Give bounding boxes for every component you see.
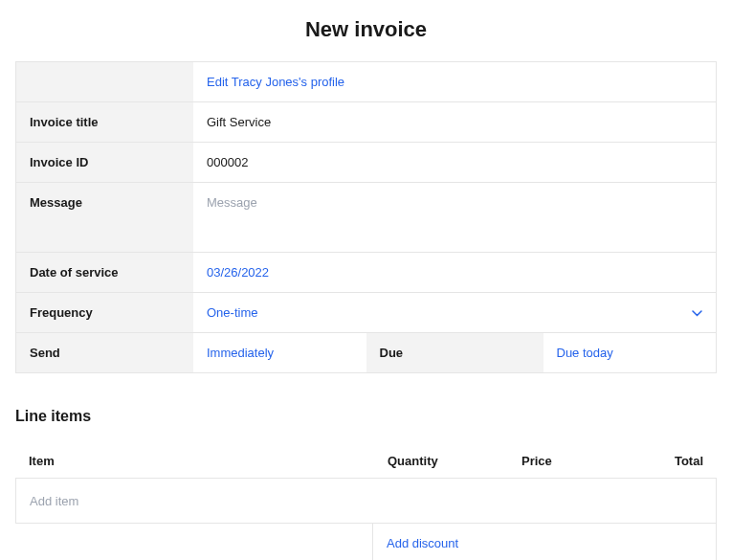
add-discount-link[interactable]: Add discount [372,524,717,560]
add-item-row [15,479,717,524]
edit-profile-link[interactable]: Edit Tracy Jones's profile [193,62,716,101]
message-input[interactable] [207,195,702,210]
message-label: Message [16,183,193,252]
line-items-header: Item Quantity Price Total [15,444,717,479]
frequency-value-text: One-time [207,305,257,320]
date-of-service-value[interactable]: 03/26/2022 [193,253,716,292]
send-label: Send [16,333,193,372]
message-value-cell [193,183,716,252]
date-of-service-label: Date of service [16,253,193,292]
header-total: Total [636,454,703,468]
frequency-select[interactable]: One-time [193,293,716,332]
send-due-row: Send Immediately Due Due today [16,333,716,372]
invoice-title-label: Invoice title [16,102,193,142]
due-label: Due [366,333,543,372]
header-item: Item [29,454,388,468]
page-title: New invoice [0,0,732,61]
edit-profile-row: Edit Tracy Jones's profile [16,62,716,102]
message-row: Message [16,183,716,253]
invoice-title-row: Invoice title [16,102,716,143]
date-of-service-row: Date of service 03/26/2022 [16,253,716,293]
discount-row: Add discount [15,524,717,560]
header-quantity: Quantity [388,454,521,468]
line-items-section: Line items Item Quantity Price Total Add… [15,408,717,560]
chevron-down-icon [692,307,702,319]
header-price: Price [521,454,636,468]
invoice-id-label: Invoice ID [16,143,193,182]
invoice-id-input[interactable] [207,155,702,169]
line-items-title: Line items [15,408,717,425]
invoice-title-value-cell [193,102,716,142]
send-value[interactable]: Immediately [193,333,366,372]
frequency-row: Frequency One-time [16,293,716,333]
edit-profile-label-cell [16,62,193,101]
invoice-id-value-cell [193,143,716,182]
invoice-title-input[interactable] [207,115,702,129]
invoice-form: Edit Tracy Jones's profile Invoice title… [15,61,717,373]
discount-spacer [15,524,372,560]
add-item-input[interactable] [30,494,702,508]
invoice-id-row: Invoice ID [16,143,716,183]
frequency-label: Frequency [16,293,193,332]
due-value[interactable]: Due today [543,333,717,372]
